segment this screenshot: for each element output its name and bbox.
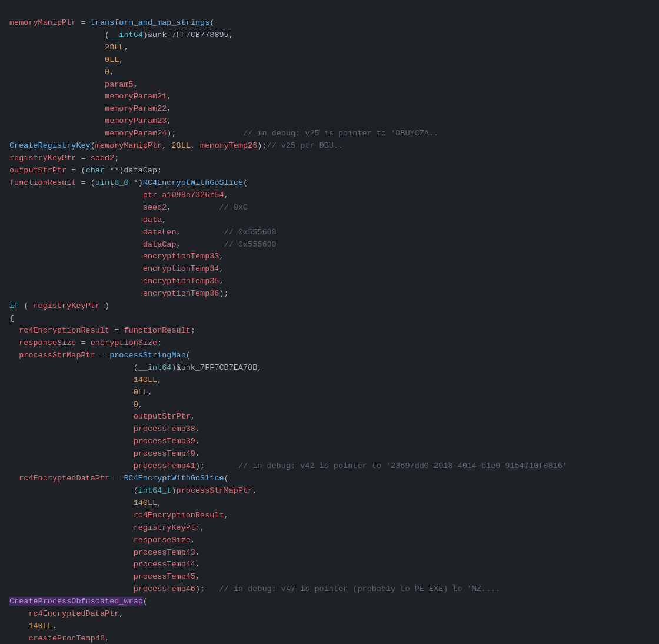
code-line: memoryManipPtr	[9, 18, 76, 27]
highlighted-function: CreateProcessObfuscated_wrap	[9, 597, 143, 606]
code-view: memoryManipPtr = transform_and_map_strin…	[0, 0, 659, 644]
